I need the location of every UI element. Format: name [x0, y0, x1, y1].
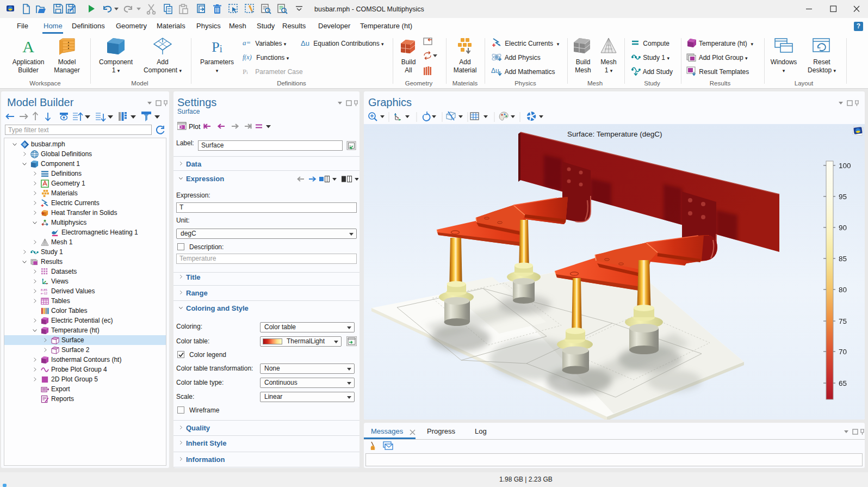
svg-text:85: 85: [839, 255, 847, 263]
svg-text:Pi: Pi: [212, 39, 222, 55]
svg-text:busbar.mph - COMSOL Multiphysi: busbar.mph - COMSOL Multiphysics: [314, 5, 424, 13]
svg-text:70: 70: [839, 348, 847, 356]
svg-text:Δu: Δu: [301, 39, 309, 47]
svg-text:100: 100: [839, 162, 851, 170]
svg-text:90: 90: [839, 224, 847, 232]
svg-text:95: 95: [839, 193, 847, 201]
svg-text:Plot: Plot: [189, 123, 201, 131]
svg-text:75: 75: [839, 317, 847, 325]
svg-text:Pi: Pi: [243, 67, 248, 76]
svg-text:65: 65: [839, 379, 847, 387]
svg-text:A: A: [22, 38, 34, 56]
svg-text:f(x): f(x): [243, 53, 252, 61]
svg-text:Surface: Temperature (degC): Surface: Temperature (degC): [567, 130, 662, 138]
svg-text:80: 80: [839, 286, 847, 294]
svg-text:a=: a=: [243, 39, 251, 47]
